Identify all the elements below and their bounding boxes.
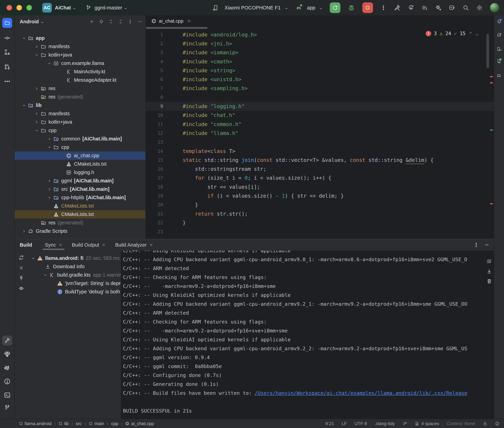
view-options-icon[interactable]: [421, 4, 428, 11]
build-tab[interactable]: Build Output✕: [67, 239, 111, 251]
hide-panel-icon[interactable]: [137, 19, 142, 24]
tree-row[interactable]: com.example.llama: [15, 59, 145, 67]
build-tree-row[interactable]: llama.android: fi22 sec, 583 ms: [28, 254, 121, 262]
code-line[interactable]: 16 std::ostringstream str;: [146, 165, 494, 173]
build-log[interactable]: C/C++: -- Using KleidiAI optimized kerne…: [121, 251, 494, 419]
editor-tab[interactable]: ai_chat.cpp ✕: [146, 16, 195, 27]
code-line[interactable]: 21 return str.str();: [146, 209, 494, 218]
tree-row[interactable]: manifests: [15, 109, 145, 118]
structure-tool-button[interactable]: [4, 49, 11, 56]
build-tab[interactable]: Sync✕: [40, 239, 67, 251]
tree-row[interactable]: ai_chat.cpp: [15, 151, 145, 160]
close-tab-icon[interactable]: ✕: [102, 243, 106, 247]
attach-debugger-icon[interactable]: [435, 4, 442, 11]
next-problem-icon[interactable]: ⌄: [476, 31, 478, 36]
tree-row[interactable]: res(generated): [15, 219, 145, 227]
tree-row[interactable]: ggml[AiChat.lib.main]: [15, 177, 145, 185]
tree-row[interactable]: CMakeLists.txt: [15, 202, 145, 210]
tree-row[interactable]: res(generated): [15, 93, 145, 101]
code-line[interactable]: 15static std::string join(const std::vec…: [146, 156, 494, 165]
code-line[interactable]: 18 str << values[i];: [146, 182, 494, 191]
branch-selector[interactable]: ggml-master: [95, 5, 122, 11]
stop-process-icon[interactable]: [18, 265, 24, 271]
code-line[interactable]: 7#include <sampling.h>: [146, 84, 494, 93]
hide-panel-icon[interactable]: [484, 242, 490, 248]
context-indicator[interactable]: Context: None: [447, 421, 475, 426]
clear-log-icon[interactable]: [486, 278, 492, 284]
app-quality-insights-tool-button[interactable]: [4, 351, 11, 358]
expand-all-icon[interactable]: [108, 19, 113, 24]
more-options-icon[interactable]: [128, 19, 133, 24]
gemini-tool-button[interactable]: [497, 74, 502, 78]
prev-problem-icon[interactable]: ⌃: [469, 31, 472, 36]
tree-row[interactable]: common[AiChat.lib.main]: [15, 135, 145, 143]
notifications-tool-button[interactable]: [497, 19, 502, 24]
project-tool-button[interactable]: [2, 18, 12, 28]
tree-row[interactable]: src[AiChat.lib.main]: [15, 185, 145, 193]
tree-row[interactable]: CMakeLists.txt: [15, 160, 145, 168]
settings-icon[interactable]: [476, 4, 483, 11]
run-config-selector[interactable]: app ⌄: [295, 4, 323, 11]
tree-row[interactable]: MessageAdapter.kt: [15, 76, 145, 84]
locate-file-icon[interactable]: [99, 19, 104, 24]
tree-row[interactable]: manifests: [15, 42, 145, 51]
close-tab-icon[interactable]: ✕: [149, 243, 153, 247]
code-line[interactable]: 2#include <jni.h>: [146, 39, 494, 48]
lock-icon[interactable]: [483, 421, 487, 426]
tree-row[interactable]: cpp-httplib[AiChat.lib.main]: [15, 193, 145, 202]
close-window-button[interactable]: [7, 5, 12, 10]
inspections-widget[interactable]: ! 3 ⚠ 24 ✓ 15 ⌃ ⌄: [426, 31, 478, 36]
problems-tool-button[interactable]: [4, 378, 11, 385]
maximize-window-button[interactable]: [26, 5, 32, 10]
build-tree-row[interactable]: Download info: [28, 262, 121, 271]
close-tab-icon[interactable]: ✕: [59, 243, 62, 247]
tree-row[interactable]: cpp: [15, 126, 145, 135]
close-tab-icon[interactable]: ✕: [187, 18, 191, 24]
code-line[interactable]: 12#include "llama.h": [146, 129, 494, 138]
scroll-to-end-icon[interactable]: [486, 268, 492, 274]
breadcrumb-item[interactable]: lib: [59, 421, 69, 426]
encoding[interactable]: UTF-8: [354, 421, 367, 426]
build-tab[interactable]: Build Analyzer✕: [111, 239, 158, 251]
add-icon[interactable]: [89, 19, 94, 24]
project-view-selector[interactable]: Android: [20, 19, 39, 25]
analyzer-status[interactable]: .clang-tidy: [375, 421, 395, 426]
tree-row[interactable]: kotlin+java: [15, 118, 145, 126]
build-tool-button[interactable]: [2, 336, 12, 346]
minimize-window-button[interactable]: [17, 5, 22, 10]
avatar[interactable]: [490, 3, 499, 12]
code-line[interactable]: 4#include <cmath>: [146, 57, 494, 66]
collapse-all-icon[interactable]: [118, 19, 123, 24]
tree-row[interactable]: lib: [15, 101, 145, 109]
device-manager-tool-button[interactable]: [497, 47, 502, 52]
stop-button[interactable]: [362, 2, 373, 13]
build-output-link[interactable]: /Users/hanyin/Workspace/ai-chat/examples…: [255, 390, 467, 396]
version-control-tool-button[interactable]: [4, 404, 11, 411]
error-stripe-mark[interactable]: [490, 82, 493, 83]
tree-row[interactable]: app: [15, 34, 145, 42]
code-line[interactable]: 19 if (i < values.size() - 1) { str << d…: [146, 191, 494, 200]
tree-row[interactable]: res: [15, 84, 145, 93]
tree-row[interactable]: CMakeLists.txt: [15, 210, 145, 219]
tree-row[interactable]: Gradle Scripts: [15, 227, 145, 235]
line-ending[interactable]: LF: [342, 421, 347, 426]
code-line[interactable]: 11#include "common.h": [146, 120, 494, 129]
terminal-tool-button[interactable]: [4, 392, 11, 399]
rerun-button[interactable]: [330, 2, 340, 13]
logcat-tool-button[interactable]: [4, 365, 11, 372]
formatter-icon[interactable]: [402, 421, 407, 426]
sync-project-icon[interactable]: [408, 4, 414, 11]
code-line[interactable]: 10#include "chat.h": [146, 111, 494, 120]
code-line[interactable]: 14template<class T>: [146, 147, 494, 156]
error-stripe-mark[interactable]: [490, 76, 493, 77]
debug-icon[interactable]: [348, 4, 355, 11]
caret-position[interactable]: 9:21: [325, 421, 334, 426]
code-line[interactable]: 17 for (size_t i = 0; i < values.size();…: [146, 173, 494, 182]
error-stripe-mark[interactable]: [490, 203, 493, 204]
editor-vertical-scrollbar[interactable]: [486, 34, 489, 68]
gradle-tool-button[interactable]: [497, 32, 502, 37]
tree-row[interactable]: cpp: [15, 143, 145, 151]
more-options-icon[interactable]: [473, 242, 479, 248]
refresh-icon[interactable]: [18, 255, 24, 261]
code-area[interactable]: 1#include <android/log.h>2#include <jni.…: [146, 27, 494, 239]
